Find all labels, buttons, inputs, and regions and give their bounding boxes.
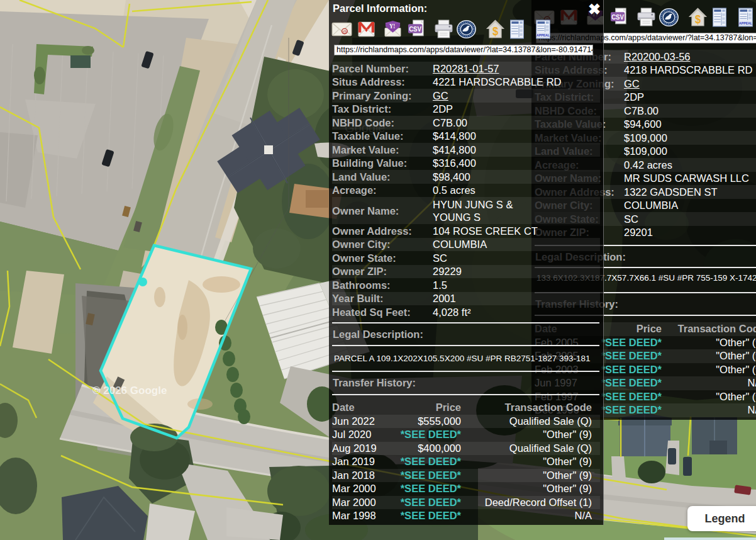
- svg-text:© 2026 Google: © 2026 Google: [92, 385, 167, 397]
